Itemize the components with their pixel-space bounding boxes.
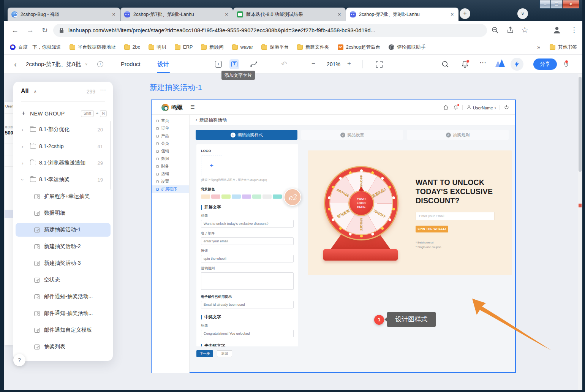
- project-name[interactable]: 2cshop-第7批、第8批: [26, 61, 81, 68]
- zoom-out-icon[interactable]: [492, 27, 499, 34]
- image-icon: [34, 328, 40, 333]
- zoom-in-button[interactable]: +: [347, 60, 351, 68]
- tab-close-icon[interactable]: ✕: [337, 12, 342, 17]
- design-list-item[interactable]: 新建抽奖活动-1: [16, 223, 111, 237]
- design-list-item[interactable]: 扩展程序+幸运抽奖: [13, 188, 113, 205]
- project-chevron-icon[interactable]: ∨: [85, 62, 88, 66]
- bookmark-item[interactable]: 评论抓取助手: [389, 44, 425, 51]
- zoom-out-button[interactable]: −: [311, 60, 315, 68]
- window-close-button[interactable]: ✕: [562, 0, 579, 9]
- tab-design[interactable]: 设计: [158, 61, 169, 68]
- folder-chevron-icon[interactable]: ›: [22, 144, 23, 149]
- annotation-badge[interactable]: 1: [374, 315, 384, 325]
- design-list-item[interactable]: 邮件通知-抽奖活动...: [13, 288, 113, 305]
- browser-tab[interactable]: 2cshop-Bug - 禅道 ✕: [8, 8, 120, 21]
- bookmark-star-icon[interactable]: ☆: [521, 26, 528, 34]
- folder-row[interactable]: › 8.1-幸运抽奖 19: [13, 171, 113, 188]
- bookmark-icon: [389, 44, 394, 50]
- flow-connector-icon[interactable]: [250, 61, 258, 68]
- design-card-title[interactable]: 新建抽奖活动-1: [150, 82, 202, 93]
- design-list-item[interactable]: 新建抽奖活动-2: [13, 238, 113, 255]
- tab-close-icon[interactable]: ✕: [224, 12, 229, 17]
- search-icon[interactable]: [441, 60, 449, 68]
- undo-icon[interactable]: ↶: [281, 60, 287, 68]
- tab-search-chevron[interactable]: ∨: [517, 8, 528, 19]
- panel-collapse-icon[interactable]: ∧: [34, 89, 36, 93]
- panel-divider: [21, 101, 105, 102]
- back-icon[interactable]: ←: [11, 27, 19, 34]
- bookmark-item[interactable]: 平台数据链接地址: [70, 44, 116, 51]
- bookmark-item[interactable]: 新顾问: [201, 44, 224, 51]
- design-list-item[interactable]: 数据明细: [13, 205, 113, 221]
- design-list-item[interactable]: 新建抽奖活动-3: [13, 255, 113, 272]
- bookmark-item[interactable]: wavar: [232, 44, 253, 50]
- nav-item-label: 设置: [161, 179, 169, 184]
- canvas-help-button[interactable]: ?: [13, 354, 25, 366]
- bookmark-item[interactable]: 响贝: [149, 44, 166, 51]
- help-icon[interactable]: ?: [564, 60, 568, 67]
- design-list-item[interactable]: 抽奖列表: [13, 338, 113, 355]
- add-text-card-icon[interactable]: T: [229, 59, 239, 69]
- bookmark-label: 百度一下，你就知道: [18, 44, 61, 51]
- bookmark-item[interactable]: ERP: [175, 44, 193, 50]
- tab-product[interactable]: Product: [121, 61, 141, 67]
- window-maximize-button[interactable]: ❐: [551, 0, 562, 9]
- nav-item-label: 首页: [161, 118, 169, 123]
- bookmark-item[interactable]: 新建文件夹: [297, 44, 329, 51]
- folder-chevron-icon[interactable]: ›: [22, 160, 23, 166]
- scrollbar-thumb[interactable]: [579, 77, 582, 172]
- folder-row[interactable]: › 8.1-部分优化 20: [13, 121, 113, 138]
- panel-scrollbar[interactable]: [110, 121, 111, 190]
- browser-menu-icon[interactable]: ⋮: [571, 26, 578, 33]
- folder-chevron-icon[interactable]: ›: [22, 127, 23, 133]
- project-back-icon[interactable]: ‹: [14, 60, 17, 68]
- annotation-tooltip: 设计图样式: [387, 312, 436, 327]
- bookmark-icon: [70, 45, 75, 50]
- lanhu-toolbar: ‹ 2cshop-第7批、第8批 ∨ i Product 设计 + T ↶ − …: [4, 55, 582, 74]
- panel-title[interactable]: All: [21, 88, 28, 95]
- folder-row[interactable]: › 8.1-2cship 41: [13, 138, 113, 155]
- design-item-label: 数据明细: [44, 210, 65, 217]
- address-bar[interactable]: lanhuapp.com/web/#/item/project/stage?ti…: [53, 24, 487, 37]
- design-card[interactable]: 鸣螺 ☰ UserName ∨ 首页 › 订单 ›: [151, 100, 516, 373]
- more-icon[interactable]: ⋯: [479, 58, 486, 67]
- bookmark-item[interactable]: 深港平台: [261, 44, 289, 51]
- new-group-button[interactable]: + NEW GROUP Shift + N: [13, 107, 113, 120]
- profile-avatar-icon[interactable]: [552, 25, 561, 35]
- browser-tab[interactable]: 版本迭代-8.0 功能测试结果 ✕: [233, 8, 346, 21]
- share-button[interactable]: 分享: [533, 58, 557, 70]
- bookmark-item[interactable]: 2cshop超管后台: [338, 44, 380, 51]
- fullscreen-icon[interactable]: [375, 60, 383, 68]
- design-list-item[interactable]: 邮件通知-抽奖活动...: [13, 305, 113, 322]
- browser-tab[interactable]: 2cshop-第7批、第8批-Lanhu ✕: [120, 8, 233, 21]
- bookmark-icon: [297, 45, 303, 50]
- upgrade-bolt-icon[interactable]: [511, 58, 523, 71]
- zoom-level[interactable]: 201%: [324, 61, 343, 67]
- bookmark-item[interactable]: 百度一下，你就知道: [10, 44, 61, 51]
- panel-menu-icon[interactable]: ⋯: [100, 86, 106, 93]
- share-icon[interactable]: [507, 27, 514, 34]
- design-list-item[interactable]: 邮件通知自定义模板: [13, 322, 113, 338]
- forward-icon[interactable]: →: [27, 27, 34, 34]
- canvas-scrollbar[interactable]: [578, 74, 582, 390]
- home-icon: [443, 105, 448, 110]
- new-tab-button[interactable]: +: [460, 8, 470, 19]
- bookmark-item[interactable]: 2bc: [124, 44, 140, 50]
- browser-tab[interactable]: 2cshop-第7批、第8批-Lanhu ✕: [346, 8, 459, 21]
- add-card-icon[interactable]: +: [215, 61, 222, 68]
- project-info-icon[interactable]: i: [97, 61, 103, 67]
- other-bookmarks[interactable]: 其他书签: [550, 44, 577, 51]
- notifications-bell-icon[interactable]: [461, 60, 469, 68]
- tab-close-icon[interactable]: ✕: [450, 12, 455, 17]
- toolbar-divider: [270, 60, 270, 68]
- bookmark-label: 响贝: [157, 44, 166, 51]
- folder-chevron-icon[interactable]: ›: [20, 179, 25, 180]
- nav-item-label: 会员: [161, 141, 169, 146]
- tab-close-icon[interactable]: ✕: [111, 12, 116, 17]
- fragment-metric-value: 500: [5, 130, 13, 136]
- reload-icon[interactable]: ↻: [42, 27, 48, 34]
- bookmarks-overflow-icon[interactable]: »: [537, 44, 540, 50]
- design-list-item[interactable]: 空状态: [13, 272, 113, 288]
- window-minimize-button[interactable]: –: [539, 0, 551, 9]
- folder-row[interactable]: › 8.1-浏览器推送通知 29: [13, 155, 113, 171]
